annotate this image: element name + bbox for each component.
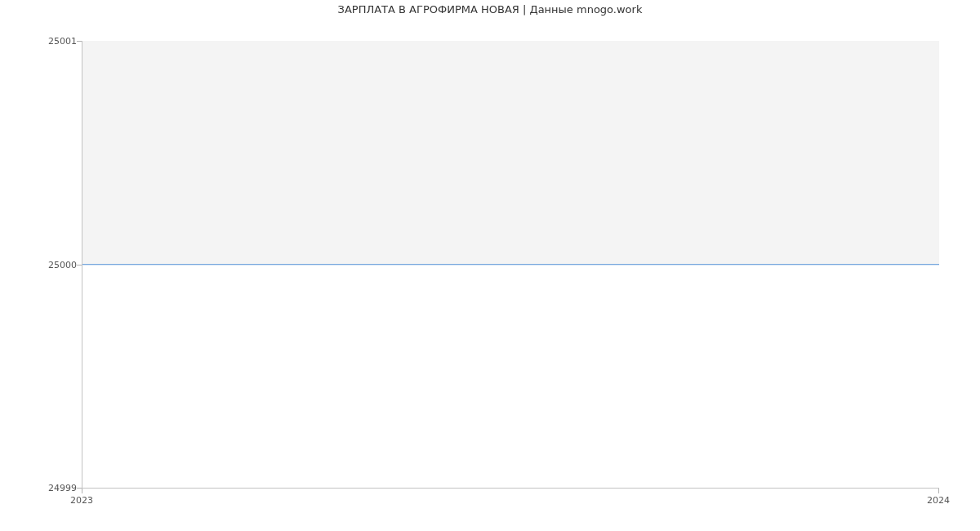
plot-area: [82, 41, 939, 489]
area-fill: [82, 41, 939, 265]
y-tick-label: 25000: [11, 260, 77, 270]
x-tick: [938, 489, 939, 493]
data-line: [82, 264, 939, 265]
x-tick-label: 2023: [70, 495, 93, 506]
y-tick-label: 24999: [11, 483, 77, 493]
y-tick-label: 25001: [11, 36, 77, 47]
chart-container: ЗАРПЛАТА В АГРОФИРМА НОВАЯ | Данные mnog…: [0, 0, 980, 531]
x-tick-label: 2024: [927, 495, 950, 506]
x-tick: [82, 489, 82, 493]
chart-title: ЗАРПЛАТА В АГРОФИРМА НОВАЯ | Данные mnog…: [0, 3, 980, 16]
